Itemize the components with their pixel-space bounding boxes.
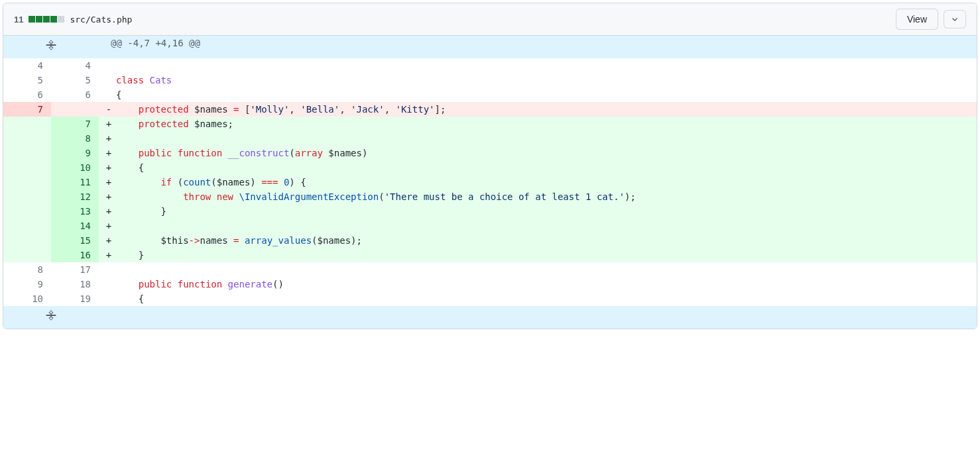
old-line-number[interactable] <box>3 117 51 131</box>
diff-line: 14+ <box>3 219 977 233</box>
diff-marker: + <box>101 131 116 146</box>
diff-marker: + <box>101 117 116 131</box>
diff-line: 918 public function generate() <box>3 277 977 291</box>
diff-marker <box>101 262 116 277</box>
diff-line: 12+ throw new \InvalidArgumentException(… <box>3 189 977 204</box>
code-line[interactable]: + protected $names; <box>99 117 977 131</box>
code-line[interactable]: + if (count($names) === 0) { <box>99 175 977 189</box>
old-line-number[interactable]: 7 <box>3 102 51 117</box>
diff-line: 9+ public function __construct(array $na… <box>3 146 977 160</box>
diff-marker <box>101 291 116 306</box>
code-line[interactable]: + } <box>99 248 977 262</box>
old-line-number[interactable]: 6 <box>3 87 51 102</box>
old-line-number[interactable] <box>3 160 51 175</box>
code-line[interactable]: { <box>99 87 977 102</box>
code-line[interactable]: + } <box>99 204 977 219</box>
diffstat-block <box>43 16 50 23</box>
old-line-number[interactable]: 9 <box>3 277 51 291</box>
new-line-number[interactable]: 6 <box>51 87 99 102</box>
new-line-number[interactable]: 16 <box>51 248 99 262</box>
diff-line: 16+ } <box>3 248 977 262</box>
file-info: 11 src/Cats.php <box>14 15 132 25</box>
new-line-number[interactable]: 13 <box>51 204 99 219</box>
new-line-number[interactable]: 18 <box>51 277 99 291</box>
new-line-number[interactable]: 15 <box>51 233 99 248</box>
diff-line-count: 11 <box>14 15 23 25</box>
diff-line: 15+ $this->names = array_values($names); <box>3 233 977 248</box>
view-button[interactable]: View <box>896 9 938 30</box>
old-line-number[interactable] <box>3 204 51 219</box>
diffstat-block <box>58 16 64 23</box>
new-line-number[interactable]: 5 <box>51 73 99 87</box>
new-line-number[interactable]: 19 <box>51 291 99 306</box>
file-actions: View <box>896 9 966 30</box>
old-line-number[interactable] <box>3 219 51 233</box>
code-line[interactable]: + <box>99 219 977 233</box>
diff-marker: + <box>101 189 116 204</box>
diff-line: 1019 { <box>3 291 977 306</box>
code-line[interactable]: - protected $names = ['Molly', 'Bella', … <box>99 102 977 117</box>
old-line-number[interactable] <box>3 146 51 160</box>
unfold-icon <box>46 310 56 321</box>
old-line-number[interactable]: 10 <box>3 291 51 306</box>
old-line-number[interactable]: 8 <box>3 262 51 277</box>
new-line-number[interactable]: 4 <box>51 58 99 73</box>
diff-line: 8+ <box>3 131 977 146</box>
old-line-number[interactable]: 4 <box>3 58 51 73</box>
code-line[interactable]: { <box>99 291 977 306</box>
new-line-number[interactable]: 11 <box>51 175 99 189</box>
new-line-number[interactable] <box>51 102 99 117</box>
diff-marker <box>101 73 116 87</box>
diff-marker <box>101 277 116 291</box>
diff-marker: + <box>101 219 116 233</box>
expand-up-button[interactable] <box>3 36 99 58</box>
diff-marker <box>101 87 116 102</box>
diffstat-block <box>50 16 57 23</box>
new-line-number[interactable]: 10 <box>51 160 99 175</box>
diffstat-blocks <box>29 16 64 23</box>
code-line[interactable]: + throw new \InvalidArgumentException('T… <box>99 189 977 204</box>
new-line-number[interactable]: 17 <box>51 262 99 277</box>
diff-marker: + <box>101 175 116 189</box>
diffstat-block <box>29 16 35 23</box>
diff-line: 10+ { <box>3 160 977 175</box>
diff-file: 11 src/Cats.php View @@ -4,7 +4,16 @@ 44… <box>3 3 977 329</box>
code-line[interactable]: + <box>99 131 977 146</box>
file-path[interactable]: src/Cats.php <box>70 15 132 25</box>
hunk-header-row: @@ -4,7 +4,16 @@ <box>3 36 977 58</box>
file-menu-button[interactable] <box>944 10 966 28</box>
code-line[interactable]: + { <box>99 160 977 175</box>
diff-line: 66 { <box>3 87 977 102</box>
hunk-footer-text <box>99 306 977 329</box>
diff-table: @@ -4,7 +4,16 @@ 44 55 class Cats66 {7- … <box>3 36 977 329</box>
old-line-number[interactable] <box>3 233 51 248</box>
new-line-number[interactable]: 8 <box>51 131 99 146</box>
old-line-number[interactable]: 5 <box>3 73 51 87</box>
code-line[interactable]: + public function __construct(array $nam… <box>99 146 977 160</box>
hunk-header-text: @@ -4,7 +4,16 @@ <box>99 36 977 58</box>
code-line[interactable] <box>99 58 977 73</box>
diff-line: 55 class Cats <box>3 73 977 87</box>
code-line[interactable]: class Cats <box>99 73 977 87</box>
old-line-number[interactable] <box>3 131 51 146</box>
diff-marker: + <box>101 233 116 248</box>
old-line-number[interactable] <box>3 248 51 262</box>
unfold-icon <box>46 40 56 50</box>
diff-line: 44 <box>3 58 977 73</box>
expand-down-button[interactable] <box>3 306 99 329</box>
code-line[interactable]: + $this->names = array_values($names); <box>99 233 977 248</box>
new-line-number[interactable]: 7 <box>51 117 99 131</box>
old-line-number[interactable] <box>3 189 51 204</box>
diff-marker: + <box>101 160 116 175</box>
old-line-number[interactable] <box>3 175 51 189</box>
diff-line: 13+ } <box>3 204 977 219</box>
new-line-number[interactable]: 14 <box>51 219 99 233</box>
new-line-number[interactable]: 12 <box>51 189 99 204</box>
diff-marker: + <box>101 204 116 219</box>
code-line[interactable]: public function generate() <box>99 277 977 291</box>
diff-line: 7- protected $names = ['Molly', 'Bella',… <box>3 102 977 117</box>
diff-line: 817 <box>3 262 977 277</box>
code-line[interactable] <box>99 262 977 277</box>
chevron-down-icon <box>949 14 960 25</box>
new-line-number[interactable]: 9 <box>51 146 99 160</box>
